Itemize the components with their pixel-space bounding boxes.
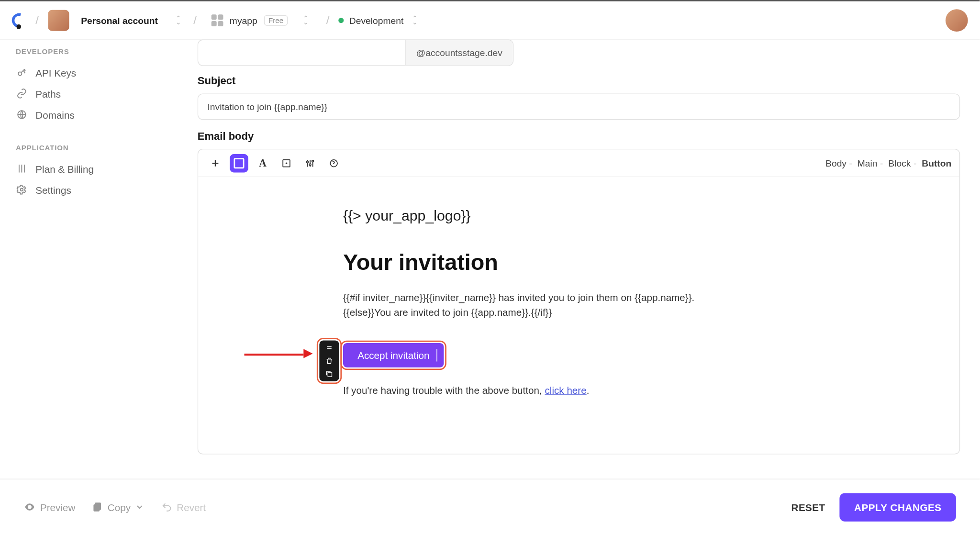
user-avatar[interactable] (946, 9, 968, 32)
footer-bar: Preview Copy Revert RESET APPLY CHANGES (0, 479, 980, 535)
annotation-arrow-icon (244, 352, 312, 356)
sidebar-item-label: Domains (35, 109, 74, 120)
clipboard-icon (92, 502, 103, 513)
svg-point-5 (307, 161, 309, 163)
block-context-menu (319, 340, 339, 381)
email-body-editor: A Body- Main- Block- Button (198, 149, 960, 454)
account-avatar[interactable] (48, 10, 69, 31)
sidebar-item-settings[interactable]: Settings (14, 179, 183, 200)
sidebar-heading-developers: DEVELOPERS (16, 47, 183, 56)
eye-icon (24, 501, 36, 513)
env-label: Development (349, 15, 404, 25)
variables-tool-button[interactable] (324, 154, 343, 172)
email-click-here-link[interactable]: click here (545, 384, 587, 395)
editor-canvas[interactable]: {{> your_app_logo}} Your invitation {{#i… (198, 177, 959, 454)
svg-point-7 (312, 160, 314, 162)
app-name: myapp (230, 15, 257, 25)
svg-rect-9 (328, 372, 332, 376)
copy-button[interactable]: Copy (92, 502, 145, 513)
email-accept-button[interactable]: Accept invitation (343, 343, 444, 367)
drag-handle-icon[interactable] (324, 343, 334, 352)
undo-icon (162, 502, 172, 513)
from-address-field[interactable]: @accountsstage.dev (198, 40, 513, 66)
subject-label: Subject (198, 75, 960, 87)
sidebar-item-label: Paths (35, 88, 61, 99)
main-content: @accountsstage.dev Subject Invitation to… (198, 40, 980, 495)
sidebar-item-label: Settings (35, 184, 71, 195)
app-grid-icon (211, 14, 223, 26)
sidebar-item-label: Plan & Billing (35, 163, 94, 174)
preview-button[interactable]: Preview (24, 501, 76, 513)
duplicate-icon[interactable] (324, 369, 334, 378)
email-footer-text[interactable]: If you're having trouble with the above … (343, 384, 712, 395)
email-logo-placeholder[interactable]: {{> your_app_logo}} (343, 207, 712, 224)
breadcrumb-sep: / (35, 13, 39, 27)
gear-icon (16, 184, 28, 196)
sidebar-item-api-keys[interactable]: API Keys (14, 62, 183, 83)
clerk-logo-icon[interactable] (12, 13, 26, 27)
globe-icon (16, 109, 28, 121)
chevron-down-icon (135, 502, 145, 512)
breadcrumb-sep: / (326, 13, 330, 27)
chevron-updown-icon[interactable] (409, 12, 421, 28)
email-paragraph[interactable]: {{#if inviter_name}}{{inviter_name}} has… (343, 290, 712, 320)
domain-suffix: @accountsstage.dev (405, 40, 513, 65)
sidebar-heading-application: APPLICATION (16, 144, 183, 152)
settings-tool-button[interactable] (301, 154, 320, 172)
key-icon (16, 67, 28, 78)
subject-value: Invitation to join {{app.name}} (207, 101, 327, 112)
sidebar-item-plan-billing[interactable]: Plan & Billing (14, 158, 183, 179)
svg-point-0 (18, 72, 22, 75)
revert-button[interactable]: Revert (162, 502, 206, 513)
sidebar-item-label: API Keys (35, 67, 76, 78)
breadcrumb-sep: / (193, 13, 197, 27)
sidebar-item-paths[interactable]: Paths (14, 83, 183, 104)
svg-point-4 (286, 163, 287, 164)
chevron-updown-icon[interactable] (300, 12, 312, 28)
svg-point-6 (309, 163, 311, 165)
plan-badge: Free (264, 15, 288, 25)
env-switcher[interactable]: Development (339, 12, 421, 28)
sidebar: DEVELOPERS API Keys Paths (0, 40, 198, 495)
editor-breadcrumb[interactable]: Body- Main- Block- Button (825, 158, 951, 168)
text-tool-button[interactable]: A (254, 154, 272, 172)
svg-point-2 (21, 189, 23, 191)
link-icon (16, 88, 28, 100)
spacing-tool-button[interactable] (277, 154, 296, 172)
body-label: Email body (198, 130, 960, 142)
layout-tool-button[interactable] (230, 154, 248, 172)
subject-input[interactable]: Invitation to join {{app.name}} (198, 93, 960, 120)
chevron-updown-icon[interactable] (172, 12, 184, 28)
editor-toolbar: A Body- Main- Block- Button (198, 149, 959, 177)
sidebar-item-domains[interactable]: Domains (14, 104, 183, 125)
email-title[interactable]: Your invitation (343, 250, 712, 276)
top-bar: / Personal account / myapp Free / Develo… (0, 0, 980, 40)
sliders-icon (16, 163, 28, 175)
delete-icon[interactable] (324, 356, 334, 365)
status-dot-icon (339, 17, 344, 22)
apply-changes-button[interactable]: APPLY CHANGES (840, 493, 956, 521)
account-switcher-label[interactable]: Personal account (81, 15, 158, 25)
add-block-button[interactable] (206, 154, 225, 172)
app-switcher[interactable]: myapp Free (206, 10, 317, 31)
reset-button[interactable]: RESET (791, 502, 825, 513)
